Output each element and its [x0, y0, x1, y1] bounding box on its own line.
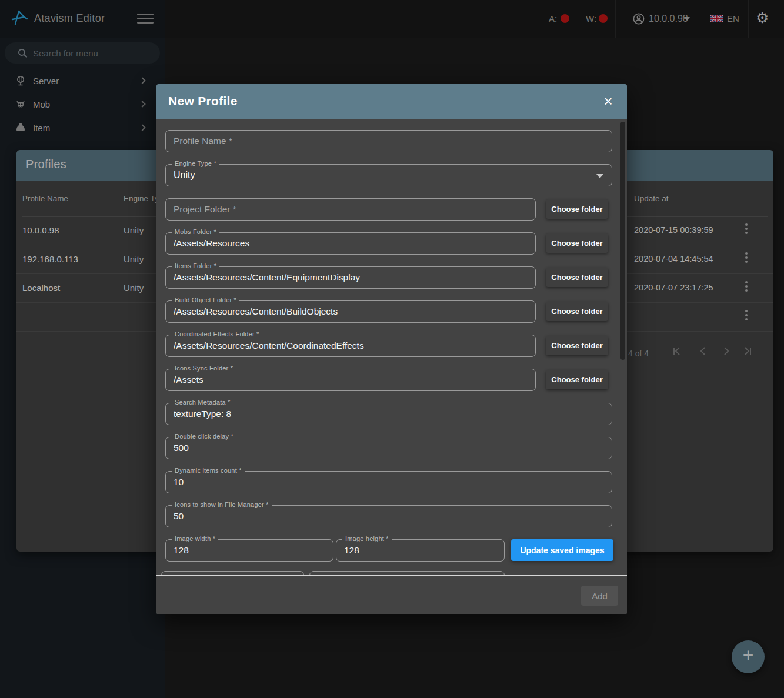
icons-sync-folder-input[interactable] — [166, 369, 535, 390]
items-folder-input[interactable] — [166, 267, 535, 288]
dynamic-items-count-field: Dynamic items count * — [165, 471, 612, 493]
field-outline-partial — [161, 571, 304, 575]
add-button[interactable]: Add — [581, 586, 618, 606]
close-icon[interactable]: × — [599, 92, 618, 111]
new-profile-dialog: New Profile × Engine Type * Unity Choose… — [156, 84, 627, 614]
dropdown-caret-icon — [596, 174, 603, 178]
field-outline-partial — [309, 571, 505, 575]
update-saved-images-button[interactable]: Update saved images — [511, 539, 613, 561]
engine-type-select[interactable]: Engine Type * Unity — [165, 164, 612, 186]
build-object-folder-field: Build Object Folder * — [165, 300, 536, 323]
dynamic-items-count-input[interactable] — [166, 472, 612, 493]
app-root: Server Mob Item Profiles Profile Name En… — [0, 0, 784, 698]
icons-sync-folder-field: Icons Sync Folder * — [165, 369, 536, 391]
image-height-input[interactable] — [336, 540, 504, 561]
image-height-field: Image height * — [336, 539, 505, 562]
mobs-folder-input[interactable] — [166, 233, 535, 254]
project-folder-field — [165, 198, 536, 221]
field-label: Engine Type * — [172, 160, 219, 167]
choose-items-folder-button[interactable]: Choose folder — [546, 268, 608, 287]
choose-project-folder-button[interactable]: Choose folder — [546, 199, 608, 219]
choose-mobs-folder-button[interactable]: Choose folder — [546, 233, 608, 253]
dialog-footer: Add — [156, 575, 627, 614]
coordinated-effects-folder-field: Coordinated Effects Folder * — [165, 335, 536, 357]
double-click-delay-input[interactable] — [166, 437, 612, 459]
dialog-title: New Profile — [168, 94, 238, 108]
icons-file-manager-field: Icons to show in File Manager * — [165, 505, 612, 527]
dialog-body: Engine Type * Unity Choose folder Mobs F… — [156, 119, 627, 575]
engine-type-value: Unity — [174, 170, 195, 181]
build-object-folder-input[interactable] — [166, 301, 535, 322]
dialog-scrollbar[interactable] — [620, 122, 625, 360]
choose-build-object-folder-button[interactable]: Choose folder — [546, 302, 608, 321]
project-folder-input[interactable] — [166, 199, 535, 220]
items-folder-field: Items Folder * — [165, 266, 536, 289]
search-metadata-field: Search Metadata * — [165, 403, 612, 425]
search-metadata-input[interactable] — [166, 403, 612, 425]
dialog-header: New Profile × — [156, 84, 627, 119]
profile-name-input[interactable] — [166, 131, 612, 152]
choose-coordinated-effects-folder-button[interactable]: Choose folder — [546, 336, 608, 355]
double-click-delay-field: Double click delay * — [165, 437, 612, 459]
coordinated-effects-folder-input[interactable] — [166, 335, 535, 356]
choose-icons-sync-folder-button[interactable]: Choose folder — [546, 370, 608, 389]
image-width-input[interactable] — [166, 540, 333, 561]
icons-file-manager-input[interactable] — [166, 506, 612, 527]
mobs-folder-field: Mobs Folder * — [165, 232, 536, 255]
image-width-field: Image width * — [165, 539, 333, 562]
profile-name-field — [165, 130, 612, 152]
